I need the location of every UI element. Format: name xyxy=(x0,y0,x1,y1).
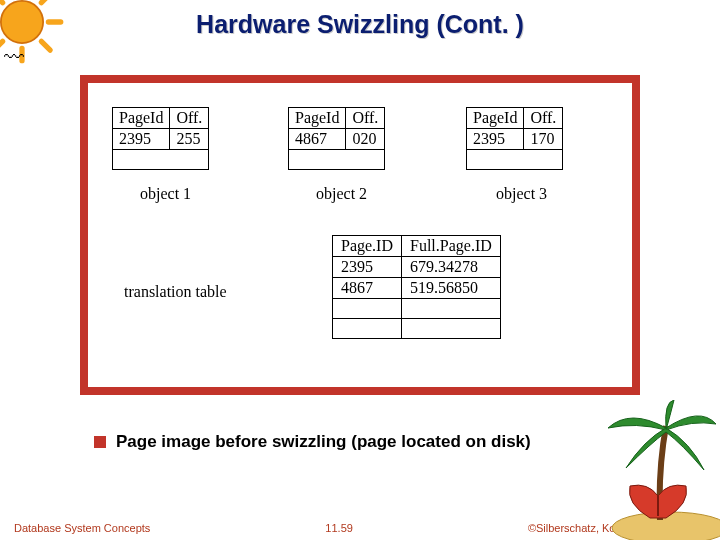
cell-page: 4867 xyxy=(333,278,402,299)
bullet-row: Page image before swizzling (page locate… xyxy=(94,432,531,452)
empty-cell xyxy=(113,150,209,170)
figure-inner: PageIdOff. 2395255 object 1 PageIdOff. 4… xyxy=(88,83,632,387)
col-pageid: PageId xyxy=(467,108,524,129)
col-pageid: PageId xyxy=(289,108,346,129)
col-fullpageid: Full.Page.ID xyxy=(401,236,500,257)
empty-cell xyxy=(333,319,402,339)
empty-cell xyxy=(289,150,385,170)
empty-cell xyxy=(401,299,500,319)
col-off: Off. xyxy=(170,108,209,129)
cell-full: 679.34278 xyxy=(401,257,500,278)
svg-line-6 xyxy=(41,41,50,50)
object-2-label: object 2 xyxy=(316,185,367,203)
cell-page: 4867 xyxy=(289,129,346,150)
col-pageid: Page.ID xyxy=(333,236,402,257)
footer-left: Database System Concepts xyxy=(14,522,150,534)
cell-page: 2395 xyxy=(113,129,170,150)
empty-cell xyxy=(333,299,402,319)
col-off: Off. xyxy=(524,108,563,129)
object-3-label: object 3 xyxy=(496,185,547,203)
col-pageid: PageId xyxy=(113,108,170,129)
col-off: Off. xyxy=(346,108,385,129)
object-3-table: PageIdOff. 2395170 xyxy=(466,107,563,170)
cell-full: 519.56850 xyxy=(401,278,500,299)
object-1-table: PageIdOff. 2395255 xyxy=(112,107,209,170)
object-2-table: PageIdOff. 4867020 xyxy=(288,107,385,170)
bullet-icon xyxy=(94,436,106,448)
palm-scene-icon xyxy=(600,400,720,540)
cell-off: 020 xyxy=(346,129,385,150)
empty-cell xyxy=(467,150,563,170)
object-1-label: object 1 xyxy=(140,185,191,203)
bird-icon: 〰 xyxy=(4,46,24,69)
svg-line-5 xyxy=(0,0,3,3)
bullet-text: Page image before swizzling (page locate… xyxy=(116,432,531,452)
svg-point-0 xyxy=(1,1,43,43)
cell-page: 2395 xyxy=(467,129,524,150)
translation-table-label: translation table xyxy=(124,283,227,301)
svg-line-7 xyxy=(0,41,3,50)
figure-frame: PageIdOff. 2395255 object 1 PageIdOff. 4… xyxy=(80,75,640,395)
empty-cell xyxy=(401,319,500,339)
cell-off: 255 xyxy=(170,129,209,150)
translation-table: Page.IDFull.Page.ID 2395679.34278 486751… xyxy=(332,235,501,339)
cell-page: 2395 xyxy=(333,257,402,278)
slide-title: Hardware Swizzling (Cont. ) xyxy=(0,0,720,39)
svg-line-8 xyxy=(41,0,50,3)
footer-center: 11.59 xyxy=(325,522,353,534)
cell-off: 170 xyxy=(524,129,563,150)
